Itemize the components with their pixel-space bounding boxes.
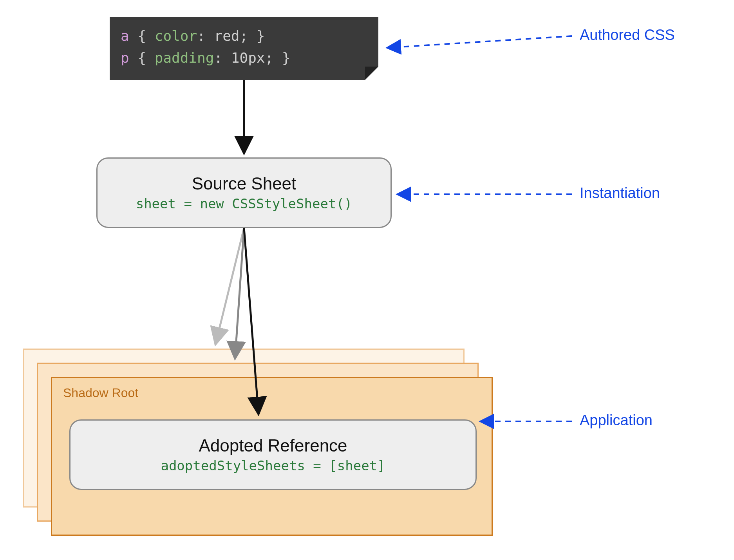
selector-token: a (121, 28, 129, 44)
shadow-root-layer-front: Shadow Root Adopted Reference adoptedSty… (51, 377, 493, 536)
diagram-canvas: a { color: red; } p { padding: 10px; } S… (0, 0, 734, 560)
source-sheet-title: Source Sheet (192, 174, 296, 193)
source-sheet-box: Source Sheet sheet = new CSSStyleSheet() (96, 157, 392, 228)
colon-token: : (197, 28, 214, 44)
value-token: 10px (231, 50, 265, 66)
colon-token: : (214, 50, 231, 66)
annotation-authored-css: Authored CSS (580, 27, 675, 43)
brace-close: ; } (240, 28, 265, 44)
brace-close: ; } (265, 50, 291, 66)
adopted-reference-code: adoptedStyleSheets = [sheet] (161, 458, 385, 473)
code-line-1: a { color: red; } (121, 25, 367, 47)
property-token: color (155, 28, 197, 44)
arrow-source-to-shadow-mid (235, 228, 244, 359)
brace-open: { (137, 50, 154, 66)
page-fold-icon (365, 67, 378, 80)
shadow-root-stack: Shadow Root Adopted Reference adoptedSty… (23, 349, 493, 537)
annotation-application: Application (580, 412, 653, 429)
authored-css-code-block: a { color: red; } p { padding: 10px; } (110, 17, 378, 80)
selector-token: p (121, 50, 129, 66)
source-sheet-code: sheet = new CSSStyleSheet() (136, 196, 353, 211)
adopted-reference-title: Adopted Reference (199, 436, 347, 455)
code-line-2: p { padding: 10px; } (121, 47, 367, 69)
adopted-reference-box: Adopted Reference adoptedStyleSheets = [… (69, 419, 477, 490)
annotation-instantiation: Instantiation (580, 185, 660, 202)
arrow-source-to-shadow-back (215, 228, 244, 345)
brace-open: { (137, 28, 154, 44)
property-token: padding (155, 50, 214, 66)
shadow-root-label: Shadow Root (63, 386, 481, 400)
value-token: red (214, 28, 239, 44)
arrow-annotation-authored (387, 36, 572, 48)
